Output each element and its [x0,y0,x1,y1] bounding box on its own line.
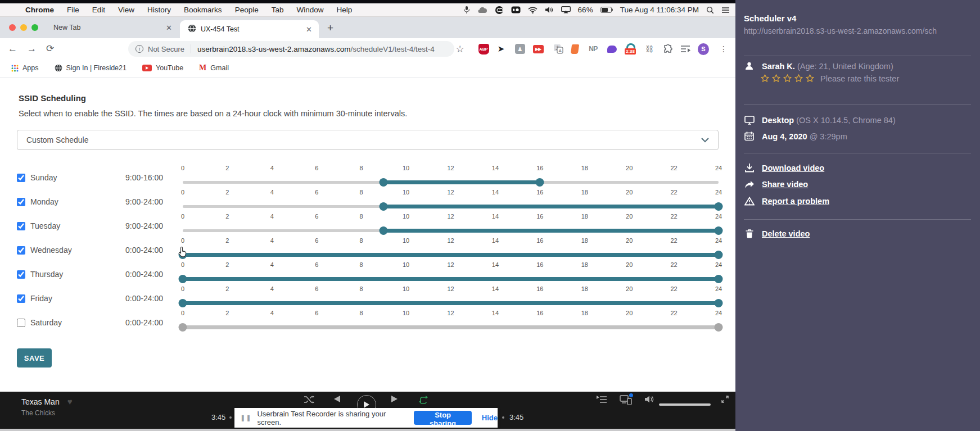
delete-video-link[interactable]: Delete video [762,229,810,238]
queue-icon[interactable] [596,395,607,404]
userbrain-timer-icon[interactable]: 2:38 [625,43,636,55]
schedule-type-select[interactable]: Custom Schedule [17,130,719,150]
tab-close-icon[interactable]: ✕ [306,25,312,34]
slider-handle-start[interactable] [380,178,388,187]
tab-ux454-test[interactable]: UX-454 Test ✕ [180,20,319,38]
tab-new-tab[interactable]: New Tab ✕ [45,17,179,38]
day-checkbox[interactable] [17,222,25,230]
adblock-extension-icon[interactable]: ABP [478,43,489,55]
bookmark-fireside21[interactable]: Sign In | Fireside21 [55,64,127,72]
forward-button[interactable]: → [27,43,37,55]
share-extension-icon[interactable]: ➤ [495,43,507,55]
menubar-item-chrome[interactable]: Chrome [25,6,54,14]
previous-track-icon[interactable] [332,395,341,403]
time-range-slider[interactable] [183,274,719,284]
window-zoom-button[interactable] [31,24,38,31]
share-video-link[interactable]: Share video [762,180,808,189]
bookmark-apps[interactable]: Apps [11,64,39,72]
report-problem-row[interactable]: Report a problem [744,197,829,206]
menubar-item-help[interactable]: Help [336,6,352,14]
day-checkbox[interactable] [17,174,25,182]
share-video-row[interactable]: Share video [744,180,808,189]
extensions-puzzle-icon[interactable] [662,43,674,55]
slider-handle-end[interactable] [715,251,723,259]
time-range-slider[interactable] [183,249,719,260]
volume-icon[interactable] [644,395,654,403]
time-range-slider[interactable] [183,298,719,308]
pause-icon[interactable]: ❚❚ [240,414,251,421]
time-range-slider[interactable] [183,225,719,235]
site-info-icon[interactable]: i [136,45,143,53]
recorder-extension-icon[interactable]: ♟ [514,43,526,55]
menubar-clock[interactable]: Tue Aug 4 11:06:34 PM [620,6,699,14]
translate-extension-icon[interactable]: 文A [553,43,564,55]
slider-handle-end[interactable] [715,299,723,307]
notification-center-icon[interactable] [721,7,730,13]
volume-slider[interactable] [659,403,711,406]
slider-handle-end[interactable] [715,202,723,211]
bookmark-youtube[interactable]: YouTube [142,64,183,72]
video-speed-extension-icon[interactable]: ▶▶ [532,43,544,55]
bookmark-gmail[interactable]: M Gmail [199,63,229,72]
chrome-menu-icon[interactable]: ⋮ [718,43,729,55]
report-problem-link[interactable]: Report a problem [762,197,829,206]
tab-close-icon[interactable]: ✕ [166,24,172,32]
delete-video-row[interactable]: Delete video [744,229,810,238]
slider-handle-end[interactable] [715,226,723,235]
np-extension-icon[interactable]: NP [588,43,599,55]
day-checkbox[interactable] [17,319,25,327]
slider-handle-start[interactable] [179,323,187,332]
repeat-icon[interactable] [418,395,428,404]
day-checkbox[interactable] [17,294,25,303]
menubar-item-window[interactable]: Window [296,6,323,14]
menubar-item-edit[interactable]: Edit [92,6,105,14]
microphone-icon[interactable] [463,6,470,14]
cloud-icon[interactable] [477,7,487,13]
connect-device-icon[interactable] [620,395,632,407]
fullscreen-icon[interactable] [721,395,729,403]
profile-avatar[interactable]: S [698,43,709,55]
volume-icon[interactable] [545,6,554,13]
slider-handle-end[interactable] [715,323,723,332]
window-close-button[interactable] [9,24,16,31]
slider-handle-start[interactable] [380,226,388,235]
slider-handle-start[interactable] [179,299,187,307]
time-range-slider[interactable] [183,322,719,332]
chat-extension-icon[interactable] [606,43,617,55]
slider-handle-end[interactable] [715,275,723,283]
heart-icon[interactable]: ♥ [67,397,73,406]
slider-handle-start[interactable] [179,275,187,283]
next-track-icon[interactable] [390,395,400,403]
bookmark-star-icon[interactable]: ☆ [454,43,466,55]
airplay-icon[interactable] [561,6,571,13]
menubar-item-tab[interactable]: Tab [272,6,284,14]
new-tab-button[interactable]: + [327,22,333,34]
stop-sharing-button[interactable]: Stop sharing [414,411,472,425]
day-checkbox[interactable] [17,198,25,206]
shuffle-icon[interactable] [304,395,315,404]
slider-handle-end[interactable] [536,178,544,187]
save-button[interactable]: SAVE [17,348,52,368]
highlighter-extension-icon[interactable] [569,43,580,55]
menubar-item-history[interactable]: History [147,6,171,14]
screen-recorder-icon[interactable] [511,6,521,13]
reload-button[interactable]: ⟳ [46,43,54,55]
spotlight-search-icon[interactable] [706,6,714,14]
day-checkbox[interactable] [17,246,25,255]
time-range-slider[interactable] [183,201,719,211]
menubar-item-file[interactable]: File [67,6,79,14]
download-video-link[interactable]: Download video [762,164,824,173]
menubar-item-people[interactable]: People [235,6,259,14]
menubar-item-view[interactable]: View [118,6,134,14]
time-range-slider[interactable] [183,177,719,187]
download-video-row[interactable]: Download video [744,163,824,173]
address-bar[interactable]: i Not Secure userbrain2018.s3-us-west-2.… [128,41,454,57]
session-video[interactable]: Chrome File Edit View History Bookmarks … [0,0,735,431]
media-controls-icon[interactable] [680,43,691,55]
window-minimize-button[interactable] [20,24,27,31]
tester-rating[interactable]: Please rate this tester [760,74,899,83]
hide-banner-link[interactable]: Hide [482,414,498,422]
link-extension-icon[interactable]: ⛓ [644,43,655,55]
menubar-item-bookmarks[interactable]: Bookmarks [184,6,222,14]
day-checkbox[interactable] [17,270,25,279]
